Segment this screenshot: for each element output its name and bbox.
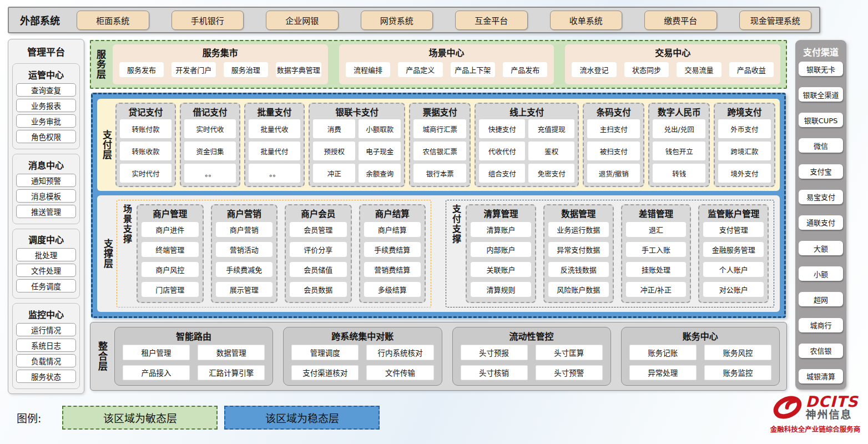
- payment-item-box: 冲正: [313, 164, 355, 183]
- payment-channel-box: 易宝支付: [799, 190, 843, 204]
- integration-item-box: 管理调度: [291, 345, 359, 360]
- integration-layer-groups: 智能路由租户管理数据管理产品接入汇路计算引擎跨系统集中对账管理调度行内系统核对支…: [114, 327, 780, 386]
- payment-item-box: 消费: [313, 119, 355, 138]
- integration-group: 智能路由租户管理数据管理产品接入汇路计算引擎: [114, 327, 273, 386]
- logo-brand: DCITS: [805, 394, 858, 410]
- integration-group-title: 账务中心: [629, 329, 771, 342]
- dcits-logo: DCITS 神州信息 金融科技全产业链综合服务商: [768, 393, 862, 434]
- payment-channel-box: 超网: [799, 292, 843, 306]
- payment-item-box: 资金归集: [184, 142, 236, 160]
- external-system-box: 企业网银: [266, 11, 339, 30]
- support-item-box: 手续费结算: [364, 242, 421, 257]
- payment-item-box: 被扫支付: [587, 142, 640, 160]
- payment-item-box: 预授权: [313, 142, 355, 160]
- support-item-box: 商户结算: [364, 222, 421, 237]
- service-item-box: 产品上下架: [451, 62, 495, 77]
- support-group-title: 商户会员: [290, 207, 347, 219]
- service-group-title: 服务集市: [119, 46, 321, 59]
- integration-item-box: 头寸匡算: [536, 345, 603, 360]
- support-group: 商户营销商户营销营销活动手续费减免展示管理: [211, 204, 278, 303]
- payment-item-box: 转钱: [653, 164, 705, 183]
- integration-item-box: 头寸预报: [461, 345, 528, 360]
- payment-group-items: 批量代收批量代付。。: [249, 119, 300, 183]
- support-item-box: 对公账户: [703, 282, 764, 297]
- management-item-box: 业务报表: [16, 99, 76, 112]
- payment-item-box: 。。: [184, 164, 236, 183]
- payment-channel-box: 农信银: [799, 344, 843, 358]
- management-group: 监控中心运行情况系统日志负载情况服务状态: [12, 303, 80, 389]
- payment-group-items: 转账付款转账收款实时代付: [120, 119, 171, 183]
- payment-item-box: 快捷支付: [479, 119, 525, 138]
- service-item-box: 服务治理: [224, 62, 268, 77]
- legend: 图例: 该区域为敏态层该区域为稳态层: [17, 406, 386, 430]
- support-item-box: 退汇: [626, 222, 687, 237]
- payment-group-items: 兑出/兑回钱包开立转钱: [653, 119, 705, 183]
- integration-group: 跨系统集中对账管理调度行内系统核对支付渠道核对文件传输: [283, 327, 442, 386]
- management-group-title: 消息中心: [16, 158, 76, 171]
- integration-group: 流动性管控头寸预报头寸匡算头寸核销头寸预警: [452, 327, 611, 386]
- payment-channel-box: 小额: [799, 266, 843, 281]
- service-group-items: 服务发布开发者门户服务治理数据字典管理: [119, 59, 321, 80]
- support-item-box: 内部账户: [471, 242, 531, 257]
- support-item-box: 清算账户: [471, 222, 531, 237]
- service-layer-groups: 服务集市服务发布开发者门户服务治理数据字典管理场景中心流程编排产品定义产品上下架…: [113, 44, 780, 84]
- payment-layer-label: 支付层: [102, 103, 111, 187]
- payment-channel-box: 通联支付: [799, 215, 843, 230]
- support-item-box: 手工入账: [626, 242, 687, 257]
- payment-group: 贷记支付转账付款转账收款实时代付: [115, 103, 176, 187]
- support-item-box: 门店管理: [142, 282, 199, 297]
- integration-group-title: 跨系统集中对账: [291, 329, 433, 342]
- service-group-items: 流程编排产品定义产品上下架产品发布: [346, 59, 548, 80]
- support-group: 商户会员会员管理评价分享会员储值会员数据: [285, 204, 352, 303]
- management-item-box: 角色权限: [16, 130, 76, 143]
- legend-stable-box: 该区域为稳态层: [224, 406, 380, 430]
- payment-item-box: 农信银汇票: [413, 142, 466, 160]
- payment-item-box: 电子现金: [359, 142, 401, 160]
- payment-channel-box: 银联CUPS: [799, 113, 843, 127]
- payment-channel-box: 微信: [799, 138, 843, 153]
- payment-channel-box: 城商行: [799, 318, 843, 332]
- management-item-box: 文件处理: [16, 264, 76, 277]
- payment-item-box: 兑出/兑回: [653, 119, 705, 138]
- payment-group-items: 实时代收资金归集。。: [184, 119, 236, 183]
- support-group-title: 商户营销: [216, 207, 273, 219]
- service-group: 交易中心流水登记状态同步交易流量产品收益: [565, 44, 780, 84]
- payment-group-items: 快捷支付充值提现代收代付鉴权组合支付免密支付: [479, 119, 574, 183]
- support-layer-sections: 场景支撑商户管理商户进件终端管理商户风控门店管理商户营销商户营销营销活动手续费减…: [117, 200, 774, 307]
- payment-group-items: 城商行汇票农信银汇票银行本票: [413, 119, 466, 183]
- payment-channels-panel: 支付渠道 银联无卡银联全渠道银联CUPS微信支付宝易宝支付通联支付大额小额超网城…: [795, 40, 846, 390]
- support-item-box: 终端管理: [142, 242, 199, 257]
- management-group-title: 运管中心: [16, 68, 76, 81]
- external-system-box: 缴费平台: [644, 11, 717, 30]
- service-item-box: 服务发布: [119, 62, 164, 77]
- support-group-title: 商户管理: [142, 207, 199, 219]
- legend-label: 图例:: [17, 410, 41, 425]
- payment-group-title: 数字人民币: [653, 105, 705, 118]
- external-system-box: 手机银行: [171, 11, 244, 30]
- payment-item-box: 代收代付: [479, 142, 525, 160]
- service-item-box: 流程编排: [346, 62, 390, 77]
- service-layer-label: 服务层: [95, 44, 105, 84]
- support-group-title: 差错管理: [626, 207, 687, 219]
- support-section-label: 场景支撑: [122, 204, 131, 303]
- support-item-box: 多级结算: [364, 282, 421, 297]
- payment-channel-box: 银联无卡: [799, 62, 843, 76]
- payment-item-box: 外币支付: [718, 119, 771, 138]
- support-group: 商户结算商户结算手续费结算营销费结算多级结算: [359, 204, 426, 303]
- integration-item-box: 租户管理: [123, 345, 190, 360]
- payment-group: 借记支付实时代收资金归集。。: [180, 103, 240, 187]
- service-group-title: 场景中心: [346, 46, 548, 59]
- support-group-title: 监管账户管理: [703, 207, 764, 219]
- support-item-box: 评价分享: [290, 242, 347, 257]
- service-item-box: 交易流量: [677, 62, 721, 77]
- support-item-box: 营销费结算: [364, 262, 421, 277]
- external-system-box: 现金管理系统: [739, 11, 812, 30]
- support-section-label: 支付支撑: [451, 204, 460, 303]
- management-item-box: 负载情况: [16, 354, 76, 367]
- payment-item-box: 余额查询: [359, 164, 401, 183]
- payment-channel-box: 银联全渠道: [799, 87, 843, 102]
- payment-item-box: 境外支付: [718, 164, 771, 183]
- payment-item-box: 实时代付: [120, 164, 171, 183]
- payment-item-box: 鉴权: [528, 142, 574, 160]
- support-group: 监管账户管理支付管理金融服务管理个人账户对公账户: [698, 204, 769, 303]
